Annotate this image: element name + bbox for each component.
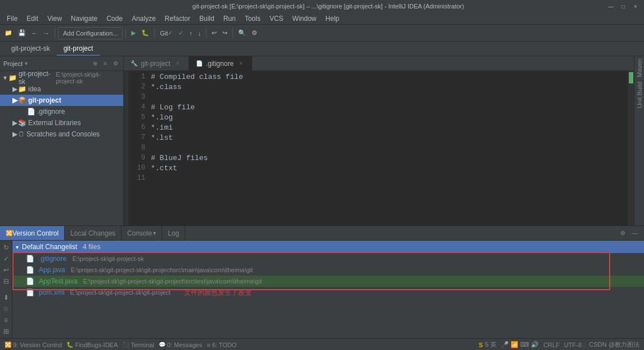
- vtab-maven[interactable]: Maven: [635, 56, 644, 79]
- menu-window[interactable]: Window: [288, 14, 321, 24]
- vc-refresh-btn[interactable]: ↻: [2, 243, 11, 252]
- menu-run[interactable]: Run: [219, 14, 240, 24]
- sidebar-title: Project: [3, 60, 23, 67]
- line-2: 2 *.class: [128, 82, 628, 92]
- arrow-icon: ▶: [11, 119, 18, 127]
- maximize-button[interactable]: □: [619, 2, 627, 10]
- line-5: 5 *.log: [128, 113, 628, 123]
- tree-item-gitignore[interactable]: 📄 .gitignore: [0, 106, 123, 117]
- project-tab-0[interactable]: git-project-sk: [5, 42, 57, 56]
- tree-item-git-project[interactable]: ▶ 📦 git-project: [0, 95, 123, 106]
- status-ime[interactable]: S S 英: [478, 340, 497, 349]
- module-icon: 📦: [18, 96, 26, 104]
- bottom-tab-local-changes[interactable]: Local Changes: [65, 226, 122, 240]
- vc-file-gitignore[interactable]: 📄 .gitignore E:\project-sk\git-project-s…: [12, 253, 644, 264]
- vc-file-app[interactable]: 📄 App.java E:\project-sk\git-project-sk\…: [12, 264, 644, 276]
- vtab-unit-build[interactable]: Unit Build: [635, 79, 644, 110]
- project-tab-1[interactable]: git-project: [57, 42, 100, 56]
- sidebar-collapse-btn[interactable]: ≡: [101, 59, 110, 68]
- close-button[interactable]: ×: [632, 2, 639, 10]
- toolbar-search[interactable]: 🔍: [236, 27, 248, 39]
- sidebar-actions: ⊕ ≡ ⚙: [91, 59, 120, 68]
- vc-group-btn[interactable]: ≡: [2, 316, 11, 325]
- editor-tab-0[interactable]: 🔧 git-project ×: [124, 56, 189, 70]
- menu-code[interactable]: Code: [102, 14, 127, 24]
- toolbar-back[interactable]: ←: [29, 27, 40, 39]
- tree-item-idea[interactable]: ▶ 📁 idea: [0, 83, 123, 95]
- editor-tab-1[interactable]: 📄 .gitignore ×: [189, 56, 252, 70]
- toolbar-debug[interactable]: 🐛: [139, 27, 151, 39]
- project-tree: ▾ 📁 git-project-sk E:\project-sk\git-pro…: [0, 71, 123, 225]
- toolbar-save[interactable]: 💾: [16, 27, 28, 39]
- bottom-tab-console[interactable]: Console ▾: [122, 226, 162, 240]
- status-todo[interactable]: ≡ 6: TODO: [207, 342, 236, 348]
- vc-file-apptest[interactable]: 📄 AppTest.java E:\project-sk\git-project…: [12, 276, 644, 287]
- wifi-icon: 📶: [511, 341, 518, 348]
- menu-navigate[interactable]: Navigate: [66, 14, 102, 24]
- toolbar-undo[interactable]: ↩: [209, 27, 219, 39]
- idea-folder-icon: 📁: [18, 85, 26, 93]
- annotation-text: 文件的颜色发生了改变: [184, 288, 252, 298]
- toolbar-pull[interactable]: ↓: [196, 27, 204, 39]
- sidebar-locate-btn[interactable]: ⊕: [91, 59, 100, 68]
- status-terminal[interactable]: ⬛ Terminal: [122, 342, 154, 348]
- bottom-close-btn[interactable]: —: [630, 229, 639, 238]
- ime-icon: S: [478, 342, 482, 348]
- toolbar-forward[interactable]: →: [41, 27, 52, 39]
- tree-item-root[interactable]: ▾ 📁 git-project-sk E:\project-sk\git-pro…: [0, 72, 123, 83]
- line-content-2: *.class: [151, 82, 182, 92]
- console-dropdown[interactable]: ▾: [153, 230, 156, 236]
- terminal-status-icon: ⬛: [122, 342, 129, 348]
- menu-build[interactable]: Build: [195, 14, 219, 24]
- sidebar-config-btn[interactable]: ⚙: [111, 59, 120, 68]
- status-vc[interactable]: 🔀 9: Version Control: [5, 342, 62, 348]
- keyboard-icon: ⌨: [520, 341, 529, 348]
- menu-tools[interactable]: Tools: [240, 14, 265, 24]
- menu-help[interactable]: Help: [321, 14, 344, 24]
- add-configuration-button[interactable]: Add Configuration...: [58, 27, 123, 39]
- encoding-dropdown: :: [583, 342, 585, 348]
- changelist-header[interactable]: ▾ Default Changelist 4 files: [12, 241, 644, 253]
- tab-close-0[interactable]: ×: [174, 60, 182, 68]
- bottom-settings-btn[interactable]: ⚙: [618, 229, 627, 238]
- vc-commit-btn[interactable]: ✓: [2, 254, 11, 263]
- main-toolbar: 📁 💾 ← → Add Configuration... ▶ 🐛 Git ✓ ✓…: [0, 25, 644, 42]
- tree-item-scratches[interactable]: ▶ 🗒 Scratches and Consoles: [0, 129, 123, 140]
- editor-content[interactable]: 1 # Compiled class file 2 *.class 3 4 # …: [124, 71, 634, 225]
- toolbar-redo[interactable]: ↪: [220, 27, 230, 39]
- bug-status-icon: 🐛: [66, 342, 73, 348]
- tab-close-1[interactable]: ×: [237, 60, 245, 68]
- toolbar-sep1: [55, 28, 55, 38]
- vc-expand-btn[interactable]: ⊞: [2, 327, 11, 336]
- line-7: 7 *.lst: [128, 133, 628, 143]
- vc-diff-btn[interactable]: ⊟: [2, 277, 11, 286]
- menu-refactor[interactable]: Refactor: [160, 14, 195, 24]
- toolbar-run[interactable]: ▶: [129, 27, 138, 39]
- menu-view[interactable]: View: [43, 14, 66, 24]
- tab-gitignore-icon: 📄: [196, 60, 203, 67]
- toolbar-commit[interactable]: ✓: [176, 27, 186, 39]
- toolbar-settings[interactable]: ⚙: [249, 27, 260, 39]
- vc-rollback-btn[interactable]: ↩: [2, 265, 11, 274]
- tree-item-ext-libs[interactable]: ▶ 📚 External Libraries: [0, 117, 123, 129]
- bottom-tab-spacer: [185, 226, 614, 240]
- status-messages[interactable]: 💬 0: Messages: [159, 342, 202, 348]
- vc-download-btn[interactable]: ⬇: [2, 293, 11, 302]
- bottom-tab-vc[interactable]: 🔀 Version Control: [0, 226, 65, 240]
- status-findbugs[interactable]: 🐛 FindBugs-IDEA: [66, 342, 118, 348]
- menu-vcs[interactable]: VCS: [265, 14, 288, 24]
- vc-star-btn[interactable]: ☆: [2, 304, 11, 313]
- menu-edit[interactable]: Edit: [22, 14, 43, 24]
- sidebar-dropdown-icon[interactable]: ▾: [25, 60, 28, 67]
- menu-analyze[interactable]: Analyze: [127, 14, 160, 24]
- menu-file[interactable]: File: [2, 14, 22, 24]
- bottom-tab-log[interactable]: Log: [162, 226, 185, 240]
- line-3: 3: [128, 92, 628, 103]
- vc-file-pom[interactable]: 📄 pom.xml E:\project-sk\git-project-sk\g…: [12, 287, 644, 298]
- status-encoding[interactable]: UTF-8 :: [564, 342, 585, 348]
- minimize-button[interactable]: —: [607, 2, 615, 10]
- toolbar-git[interactable]: Git ✓: [158, 27, 175, 39]
- toolbar-push[interactable]: ↑: [187, 27, 195, 39]
- toolbar-open[interactable]: 📁: [2, 27, 15, 39]
- status-eol[interactable]: CRLF: [543, 342, 560, 348]
